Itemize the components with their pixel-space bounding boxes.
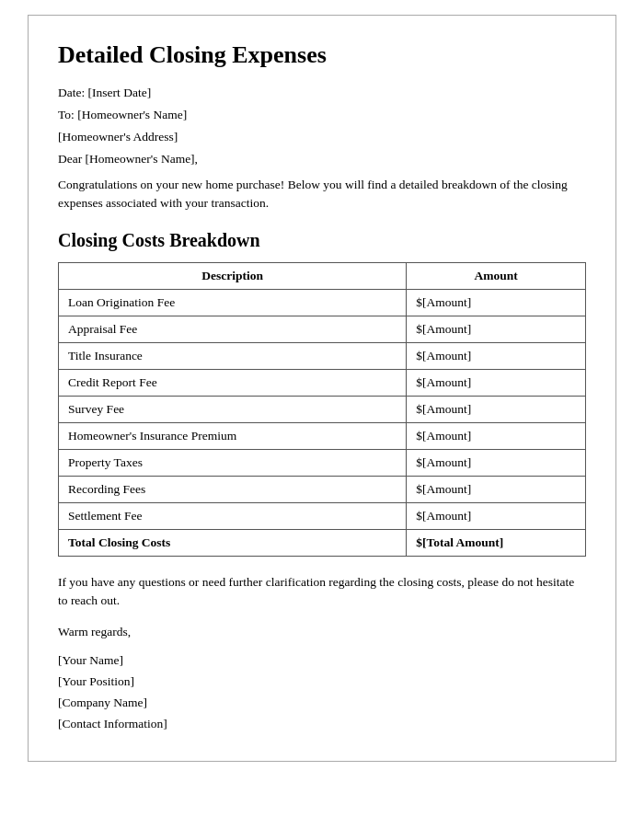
row-amount: $[Amount]: [407, 289, 586, 316]
total-amount: $[Total Amount]: [407, 529, 586, 556]
table-row: Homeowner's Insurance Premium$[Amount]: [59, 422, 586, 449]
table-row: Title Insurance$[Amount]: [59, 342, 586, 369]
table-row: Appraisal Fee$[Amount]: [59, 316, 586, 342]
section-title: Closing Costs Breakdown: [58, 230, 586, 251]
row-description: Recording Fees: [59, 476, 407, 502]
address-line: [Homeowner's Address]: [58, 130, 586, 144]
date-line: Date: [Insert Date]: [58, 86, 586, 100]
total-label: Total Closing Costs: [59, 529, 407, 556]
row-description: Appraisal Fee: [59, 316, 407, 342]
signature-block: [Your Name] [Your Position] [Company Nam…: [58, 650, 586, 735]
row-description: Settlement Fee: [59, 502, 407, 529]
row-amount: $[Amount]: [407, 316, 586, 342]
col-header-description: Description: [59, 262, 407, 289]
row-description: Homeowner's Insurance Premium: [59, 422, 407, 449]
signer-contact: [Contact Information]: [58, 714, 586, 735]
table-row: Settlement Fee$[Amount]: [59, 502, 586, 529]
row-description: Credit Report Fee: [59, 369, 407, 396]
table-row: Recording Fees$[Amount]: [59, 476, 586, 502]
signer-company: [Company Name]: [58, 693, 586, 714]
document: Detailed Closing Expenses Date: [Insert …: [28, 15, 616, 762]
document-title: Detailed Closing Expenses: [58, 41, 586, 69]
row-amount: $[Amount]: [407, 369, 586, 396]
row-amount: $[Amount]: [407, 422, 586, 449]
table-row: Property Taxes$[Amount]: [59, 449, 586, 476]
col-header-amount: Amount: [407, 262, 586, 289]
table-row: Loan Origination Fee$[Amount]: [59, 289, 586, 316]
signer-position: [Your Position]: [58, 672, 586, 693]
row-amount: $[Amount]: [407, 449, 586, 476]
table-row: Credit Report Fee$[Amount]: [59, 369, 586, 396]
closing-salutation: Warm regards,: [58, 625, 586, 639]
row-description: Survey Fee: [59, 396, 407, 422]
closing-costs-table: Description Amount Loan Origination Fee$…: [58, 262, 586, 557]
to-line: To: [Homeowner's Name]: [58, 108, 586, 122]
page-container: Detailed Closing Expenses Date: [Insert …: [0, 0, 644, 828]
row-description: Loan Origination Fee: [59, 289, 407, 316]
row-amount: $[Amount]: [407, 342, 586, 369]
table-header-row: Description Amount: [59, 262, 586, 289]
table-footer-row: Total Closing Costs $[Total Amount]: [59, 529, 586, 556]
intro-paragraph: Congratulations on your new home purchas…: [58, 176, 586, 213]
salutation: Dear [Homeowner's Name],: [58, 152, 586, 167]
row-description: Property Taxes: [59, 449, 407, 476]
row-amount: $[Amount]: [407, 476, 586, 502]
table-row: Survey Fee$[Amount]: [59, 396, 586, 422]
row-description: Title Insurance: [59, 342, 407, 369]
outro-paragraph: If you have any questions or need furthe…: [58, 573, 586, 611]
row-amount: $[Amount]: [407, 396, 586, 422]
row-amount: $[Amount]: [407, 502, 586, 529]
signer-name: [Your Name]: [58, 650, 586, 672]
